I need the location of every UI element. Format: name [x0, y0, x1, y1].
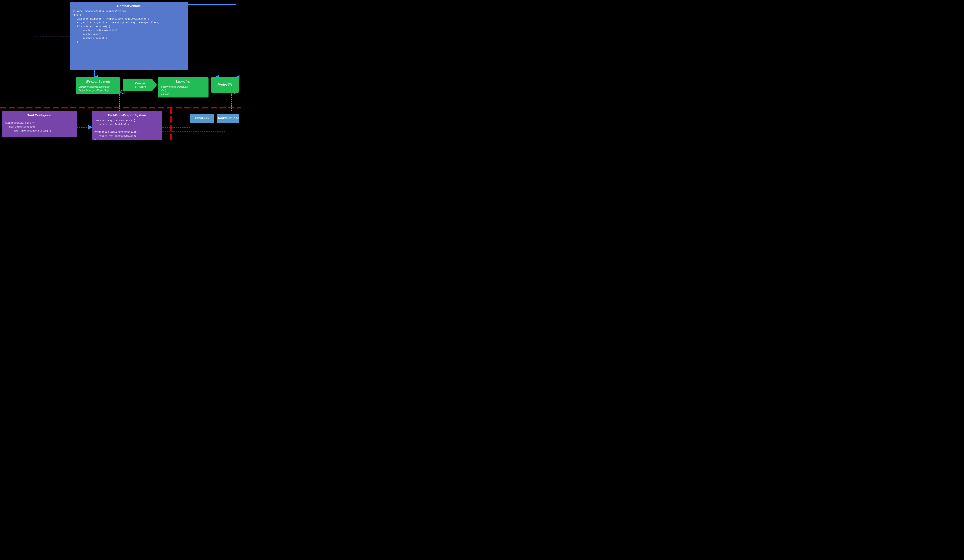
- weapon-system-body2: Projectile acquireProjectile();: [78, 88, 117, 92]
- combat-vehicle-code: private WeaponsSystem weaponsSystem; fir…: [72, 10, 185, 48]
- tank-gun-shell-box: TankGunShell: [217, 114, 239, 124]
- tank-gun-box: TankGun: [190, 114, 214, 124]
- tank-gun-shell-title: TankGunShell: [217, 116, 239, 121]
- launcher-body2: aim();: [161, 88, 206, 92]
- tank-configurer-box: TankConfigurer CombatVehicle tank = new …: [2, 111, 77, 137]
- combat-vehicle-title: CombatVehicle: [72, 3, 185, 8]
- creates-virtually-text: Creates Virtually: [135, 81, 146, 88]
- tank-gun-title: TankGun: [195, 116, 209, 121]
- launcher-box: Launcher load(Projectile projectile); ai…: [158, 77, 208, 98]
- weapon-system-body1: Launcher acquireLauncher();: [78, 85, 117, 89]
- combat-vehicle-box: CombatVehicle private WeaponsSystem weap…: [70, 2, 188, 70]
- launcher-title: Launcher: [161, 79, 206, 84]
- tank-configurer-title: TankConfigurer: [5, 113, 74, 118]
- tank-gun-weapon-system-title: TankGunWeaponSystem: [94, 113, 160, 118]
- tank-gun-weapon-system-code: Launcher acquireLauncher() { return new …: [94, 119, 160, 140]
- weapon-system-box: WeaponSystem Launcher acquireLauncher();…: [76, 77, 120, 94]
- tank-gun-weapon-system-box: TankGunWeaponSystem Launcher acquireLaun…: [92, 111, 162, 140]
- weapon-system-title: WeaponSystem: [78, 79, 117, 84]
- creates-virtually-label: Creates Virtually: [123, 78, 157, 91]
- projectile-box: Projectile: [211, 77, 239, 93]
- launcher-body1: load(Projectile projectile);: [161, 85, 206, 89]
- tank-configurer-code: CombatVehicle tank = new CombatVehicle( …: [5, 121, 74, 133]
- projectile-title: Projectile: [218, 82, 233, 87]
- launcher-body3: launch(): [161, 92, 206, 96]
- diagram: CombatVehicle private WeaponsSystem weap…: [0, 0, 241, 140]
